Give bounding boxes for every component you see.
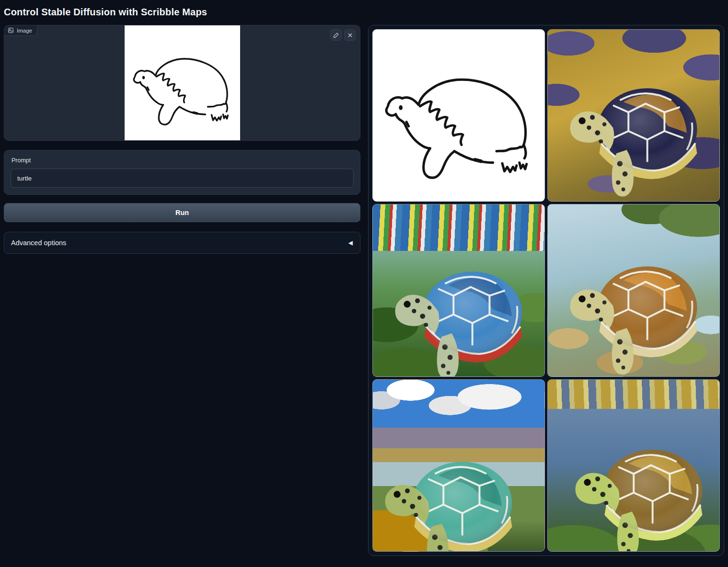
turtle-painting-blue-shell bbox=[373, 227, 544, 377]
image-component-label: Image bbox=[4, 25, 37, 36]
prompt-input[interactable] bbox=[11, 169, 354, 188]
page-title: Control Stable Diffusion with Scribble M… bbox=[4, 7, 724, 18]
prompt-panel: Prompt bbox=[4, 150, 360, 195]
turtle-underwater-golden bbox=[553, 405, 720, 552]
image-stage bbox=[4, 25, 360, 140]
turtle-clear-water-rocks bbox=[548, 222, 719, 377]
controls-column: Image bbox=[4, 25, 360, 254]
result-gallery bbox=[368, 25, 724, 556]
gallery-item[interactable] bbox=[372, 379, 545, 552]
input-image-panel: Image bbox=[4, 25, 360, 141]
advanced-options-label: Advanced options bbox=[11, 239, 66, 247]
image-icon bbox=[8, 27, 14, 34]
gallery-item[interactable] bbox=[372, 204, 545, 376]
scribble-turtle-image bbox=[373, 30, 544, 201]
close-icon bbox=[347, 32, 353, 38]
input-image-preview[interactable] bbox=[125, 25, 240, 140]
clear-image-button[interactable] bbox=[344, 29, 356, 41]
scribble-turtle-drawing bbox=[125, 25, 240, 140]
gallery-item[interactable] bbox=[547, 204, 720, 376]
run-button[interactable]: Run bbox=[4, 203, 360, 222]
pencil-icon bbox=[333, 32, 339, 38]
chevron-left-icon: ◀ bbox=[348, 239, 353, 246]
output-column bbox=[368, 25, 724, 556]
edit-image-button[interactable] bbox=[330, 29, 342, 41]
image-actions bbox=[330, 29, 356, 41]
gallery-item[interactable] bbox=[547, 379, 720, 552]
advanced-options-accordion[interactable]: Advanced options ◀ bbox=[4, 232, 360, 254]
turtle-photo-golden-water bbox=[548, 44, 719, 202]
gallery-item-scribble[interactable] bbox=[372, 29, 545, 202]
main-columns: Image bbox=[4, 25, 724, 556]
turtle-mountain-lake bbox=[372, 417, 534, 552]
image-label-text: Image bbox=[17, 28, 32, 34]
gallery-item[interactable] bbox=[547, 29, 720, 202]
app-root: Control Stable Diffusion with Scribble M… bbox=[0, 0, 728, 560]
prompt-label: Prompt bbox=[12, 157, 353, 164]
